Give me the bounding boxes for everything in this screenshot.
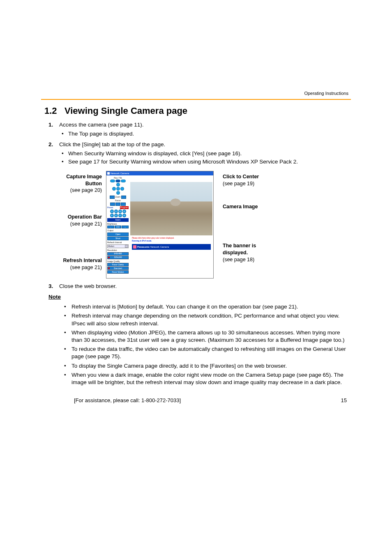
- focus-far-button[interactable]: [121, 203, 126, 206]
- window-title: Network Camera: [111, 172, 129, 175]
- panasonic-banner[interactable]: Panasonic Network Camera: [132, 244, 211, 250]
- gray-screen-link[interactable]: Please click here when gray color screen…: [132, 237, 212, 240]
- sub-text: When Security Warning window is displaye…: [68, 150, 351, 157]
- banner-text: Network Camera: [150, 245, 169, 249]
- camera-icon: [107, 172, 110, 175]
- callout-refresh-interval: Refresh Interval (see page 21): [48, 257, 102, 271]
- sub-text: See page 17 for Security Warning window …: [68, 158, 351, 166]
- preset-4-button[interactable]: 4: [122, 210, 126, 213]
- program-button[interactable]: Program: [120, 206, 129, 209]
- running-head: Operating Instructions: [41, 90, 348, 97]
- brightness-label: Brightness: [107, 223, 129, 226]
- zoom-label: Zoom: [115, 196, 121, 199]
- scan-button[interactable]: [115, 180, 120, 182]
- bullet-icon: •: [59, 158, 68, 166]
- step-number: 3.: [48, 283, 59, 290]
- section-heading: Viewing Single Camera page: [65, 106, 187, 116]
- step-3: 3. Close the web browser.: [48, 283, 351, 290]
- resolution-label: Resolution: [107, 249, 129, 252]
- camera-live-image[interactable]: [130, 182, 212, 235]
- focus-label: Focus: [107, 199, 129, 202]
- page-footer: [For assistance, please call: 1-800-272-…: [41, 397, 351, 404]
- banner-brand: Panasonic: [137, 245, 150, 249]
- note-item: •To display the Single Camera page direc…: [64, 362, 351, 370]
- refresh-interval-select[interactable]: Motion: [107, 244, 129, 248]
- callout-click-to-center: Click to Center (see page 19): [223, 173, 264, 187]
- quality-standard-button[interactable]: Standard: [107, 267, 129, 270]
- step-1: 1. Access the camera (see page 11). • Th…: [48, 121, 351, 138]
- pan-tilt-label: Pan / Tilt: [107, 177, 129, 180]
- zoom-out-button[interactable]: [110, 196, 115, 199]
- preset-5-button[interactable]: 5: [110, 214, 114, 217]
- bullet-icon: •: [59, 130, 68, 138]
- tilt-down-button[interactable]: [116, 191, 120, 195]
- sub-bullet: • When Security Warning window is displa…: [59, 150, 351, 157]
- step-number: 2.: [48, 141, 59, 167]
- chevron-down-icon: [125, 245, 128, 248]
- image-quality-label: Image Quality: [107, 260, 129, 263]
- preset-6-button[interactable]: 6: [114, 214, 118, 217]
- right-callouts: Click to Center (see page 19) Camera Ima…: [218, 171, 264, 263]
- scan-right-button[interactable]: [121, 180, 126, 182]
- brightness-plus-button[interactable]: +: [122, 226, 129, 228]
- tilt-up-button[interactable]: [116, 183, 120, 187]
- section-number: 1.2: [44, 106, 57, 116]
- output-short-button[interactable]: Short: [107, 237, 129, 240]
- zoom-in-button[interactable]: [121, 196, 126, 199]
- preset-1-button[interactable]: 1: [110, 210, 114, 213]
- step-text: Click the [Single] tab at the top of the…: [59, 141, 165, 147]
- window-title-bar: Network Camera: [106, 171, 213, 175]
- assistance-phone: [For assistance, please call: 1-800-272-…: [74, 397, 181, 404]
- favor-motion-button[interactable]: Favor Motion: [107, 270, 129, 274]
- brightness-minus-button[interactable]: -: [107, 226, 114, 228]
- note-item: •To reduce the data traffic, the video c…: [64, 345, 351, 360]
- left-callouts: Capture Image Button (see page 20) Opera…: [48, 171, 102, 271]
- callout-camera-image: Camera Image: [223, 203, 264, 210]
- step-text: Access the camera (see page 11).: [59, 122, 144, 128]
- preset-3-button[interactable]: 3: [118, 210, 122, 213]
- section-title: 1.2 Viewing Single Camera page: [44, 105, 351, 117]
- alarm-bar[interactable]: Alarm: [107, 218, 129, 222]
- page-number: 15: [341, 397, 347, 404]
- ordered-steps: 1. Access the camera (see page 11). • Th…: [48, 121, 351, 167]
- bullet-icon: •: [59, 150, 68, 157]
- resolution-640x480-button[interactable]: 640x480: [107, 252, 129, 256]
- step-number: 1.: [48, 121, 59, 138]
- orange-rule: [41, 99, 351, 100]
- callout-operation-bar: Operation Bar (see page 21): [48, 214, 102, 228]
- pan-right-button[interactable]: [120, 187, 124, 191]
- banner-icon: [133, 245, 136, 249]
- preset-8-button[interactable]: 8: [122, 214, 126, 217]
- refresh-interval-label: Refresh Interval: [107, 241, 129, 244]
- callout-capture-image: Capture Image Button (see page 20): [48, 173, 102, 194]
- callout-banner: The banner is displayed. (see page 18): [223, 242, 264, 263]
- focus-near-button[interactable]: [110, 203, 115, 206]
- home-button[interactable]: [116, 187, 120, 191]
- pan-left-button[interactable]: [112, 187, 116, 191]
- main-view-area: Please click here when gray color screen…: [129, 175, 213, 278]
- favor-clarity-button[interactable]: Favor Clarity: [107, 263, 129, 266]
- output-label: Output: [107, 229, 129, 232]
- brightness-std-button[interactable]: STD: [115, 226, 122, 228]
- sub-text: The Top page is displayed.: [68, 130, 351, 138]
- scan-left-button[interactable]: [110, 180, 115, 182]
- note-heading: Note: [48, 293, 351, 301]
- annotated-screenshot: Capture Image Button (see page 20) Opera…: [48, 171, 351, 279]
- note-item: •Refresh interval may change depending o…: [64, 312, 351, 327]
- resolution-320x240-button[interactable]: 320x240: [107, 256, 129, 259]
- ipv4-mode-status: Running in IPv4 mode.: [132, 240, 212, 242]
- autofocus-button[interactable]: [115, 203, 120, 206]
- step-2: 2. Click the [Single] tab at the top of …: [48, 141, 351, 167]
- preset-label: Preset: [107, 206, 120, 209]
- app-window-illustration: Network Camera Pan / Tilt: [106, 171, 214, 279]
- preset-7-button[interactable]: 7: [118, 214, 122, 217]
- step-text: Close the web browser.: [59, 283, 351, 290]
- note-item: •Refresh interval is [Motion] by default…: [64, 303, 351, 311]
- note-item: •When you view a dark image, enable the …: [64, 371, 351, 386]
- sub-bullet: • See page 17 for Security Warning windo…: [59, 158, 351, 166]
- note-item: •When displaying video (Motion JPEG), th…: [64, 329, 351, 344]
- output-open-button[interactable]: Open: [107, 233, 129, 236]
- preset-2-button[interactable]: 2: [114, 210, 118, 213]
- sub-bullet: • The Top page is displayed.: [59, 130, 351, 138]
- note-list: •Refresh interval is [Motion] by default…: [64, 303, 351, 386]
